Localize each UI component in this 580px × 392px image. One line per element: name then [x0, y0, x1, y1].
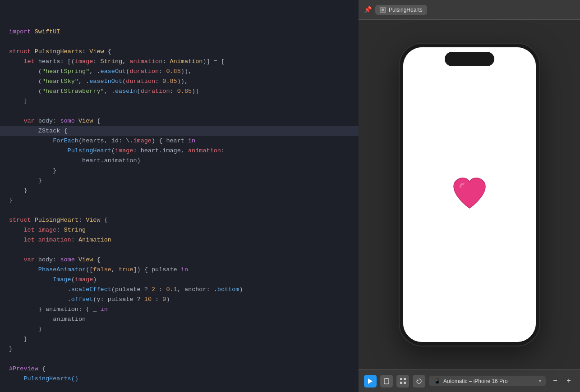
code-line: ("heartSky", .easeInOut(duration: 0.85))…	[0, 77, 359, 87]
code-line: PulsingHearts()	[0, 374, 359, 384]
code-line: .scaleEffect(pulsate ? 2 : 0.1, anchor: …	[0, 285, 359, 295]
code-line	[0, 106, 359, 116]
code-line: }	[0, 186, 359, 196]
code-line: ZStack {	[0, 126, 359, 136]
code-line: heart.animation)	[0, 156, 359, 166]
code-line: }	[0, 166, 359, 176]
code-line: Image(image)	[0, 275, 359, 285]
code-line	[0, 354, 359, 364]
code-line: let animation: Animation	[0, 235, 359, 245]
code-line: ("heartSpring", .easeOut(duration: 0.85)…	[0, 67, 359, 77]
grid-button[interactable]	[396, 375, 409, 387]
heart-svg	[451, 177, 488, 210]
code-line	[0, 37, 359, 47]
phone-notch	[445, 52, 494, 66]
code-line: ("heartStrawberry", .easeIn(duration: 0.…	[0, 87, 359, 96]
svg-marker-9	[417, 379, 419, 381]
code-line: #Preview {	[0, 364, 359, 374]
code-line: .offset(y: pulsate ? 10 : 0)	[0, 295, 359, 305]
code-area[interactable]: import SwiftUI struct PulsingHearts: Vie…	[0, 0, 359, 391]
code-line: import SwiftUI	[0, 27, 359, 37]
preview-tab-icon	[380, 7, 386, 13]
preview-header: 📌 PulsingHearts	[359, 0, 580, 20]
code-line: struct PulsingHearts: View {	[0, 47, 359, 57]
rotate-button[interactable]	[413, 375, 425, 387]
preview-panel: 📌 PulsingHearts	[359, 0, 580, 392]
zoom-in-button[interactable]: +	[563, 375, 575, 387]
pin-icon[interactable]: 📌	[364, 6, 372, 14]
code-line: animation	[0, 315, 359, 324]
svg-rect-1	[382, 9, 384, 11]
svg-rect-5	[400, 378, 402, 380]
svg-rect-6	[404, 378, 406, 380]
code-line: ]	[0, 96, 359, 106]
device-selector[interactable]: 📱 Automatic – iPhone 16 Pro ▾	[429, 376, 546, 386]
code-line: }	[0, 176, 359, 186]
device-icon: 📱	[433, 378, 441, 384]
code-line: let hearts: [(image: String, animation: …	[0, 57, 359, 67]
code-line: }	[0, 324, 359, 334]
svg-rect-3	[384, 378, 389, 384]
svg-rect-8	[404, 382, 406, 384]
device-label: Automatic – iPhone 16 Pro	[443, 378, 508, 384]
code-line	[0, 205, 359, 215]
code-line: var body: some View {	[0, 255, 359, 265]
zoom-controls: − +	[549, 375, 575, 387]
play-button[interactable]	[364, 375, 377, 387]
svg-rect-4	[386, 378, 387, 379]
zoom-out-button[interactable]: −	[549, 375, 561, 387]
code-line: }	[0, 334, 359, 344]
code-line: PulsingHeart(image: heart.image, animati…	[0, 146, 359, 156]
code-line: } animation: { _ in	[0, 305, 359, 315]
phone-screen	[403, 47, 536, 342]
preview-tab-label: PulsingHearts	[389, 7, 423, 13]
code-line: PhaseAnimator([false, true]) { pulsate i…	[0, 265, 359, 275]
phone-area	[359, 20, 580, 369]
code-line: }	[0, 344, 359, 354]
code-line: struct PulsingHeart: View {	[0, 215, 359, 225]
code-line: var body: some View {	[0, 116, 359, 126]
heart-container	[451, 177, 488, 213]
code-line: }	[0, 196, 359, 205]
svg-rect-7	[400, 382, 402, 384]
code-line	[0, 245, 359, 255]
editor-panel: import SwiftUI struct PulsingHearts: Vie…	[0, 0, 359, 392]
phone-frame	[400, 44, 539, 346]
preview-tab[interactable]: PulsingHearts	[375, 5, 427, 15]
svg-marker-2	[368, 378, 373, 384]
device-frame-button[interactable]	[380, 375, 393, 387]
bottom-toolbar: 📱 Automatic – iPhone 16 Pro ▾ − +	[359, 369, 580, 392]
code-line: ForEach(hearts, id: \.image) { heart in	[0, 136, 359, 146]
code-line: let image: String	[0, 225, 359, 235]
chevron-down-icon: ▾	[539, 378, 541, 383]
